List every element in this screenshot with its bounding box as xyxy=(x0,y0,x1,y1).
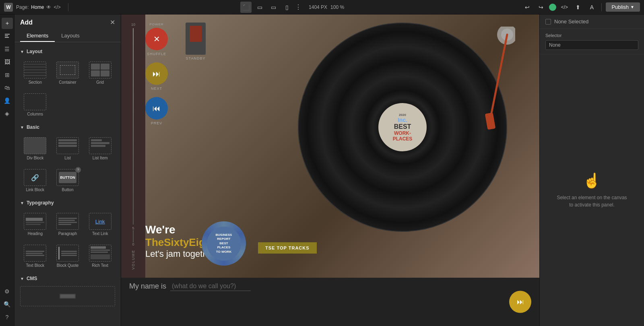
element-listitem[interactable]: List Item xyxy=(85,134,115,163)
prev-btn[interactable]: ⏮ xyxy=(145,97,168,120)
element-section[interactable]: Section xyxy=(20,58,50,88)
page-indicator: Page: Home 👁 </> xyxy=(16,4,61,10)
section-cms-header[interactable]: ▼ CMS xyxy=(14,273,121,283)
element-columns[interactable]: Columns xyxy=(20,90,50,120)
section-typography-header[interactable]: ▼ Typography xyxy=(14,198,121,207)
add-elements-btn[interactable]: ＋ xyxy=(2,18,13,29)
tse-cta-btn[interactable]: TSE TOP TRACKS xyxy=(258,242,317,254)
textblock-label: Text Block xyxy=(26,263,45,268)
none-selected-checkbox[interactable] xyxy=(545,19,551,25)
add-panel-close-btn[interactable]: ✕ xyxy=(110,19,115,26)
divblock-icon xyxy=(24,137,46,154)
cms-btn[interactable]: ⊞ xyxy=(2,69,13,80)
heading-label: Heading xyxy=(28,231,43,236)
members-btn[interactable]: 👤 xyxy=(2,95,13,106)
linkblock-icon: 🔗 xyxy=(24,169,46,186)
ecomm-btn[interactable]: 🛍 xyxy=(2,82,13,93)
tse-top-tracks-btn[interactable]: TSE TOP TRACKS xyxy=(258,242,317,254)
shuffle-btn[interactable]: ✕ xyxy=(145,28,168,50)
selector-section: Selector xyxy=(540,29,644,54)
element-textblock[interactable]: Text Block xyxy=(20,241,50,271)
assets-btn[interactable]: 🖼 xyxy=(2,56,13,68)
seo-btn[interactable]: A xyxy=(586,2,597,13)
badge-question: ? xyxy=(75,167,81,173)
mobile-landscape-btn[interactable]: ▭ xyxy=(268,2,279,13)
columns-label: Columns xyxy=(27,112,43,116)
selector-input[interactable] xyxy=(545,40,638,50)
settings-btn[interactable]: ⚙ xyxy=(2,286,13,297)
vinyl-year: 2020 xyxy=(399,113,406,117)
element-linkblock[interactable]: 🔗 Link Block xyxy=(20,166,50,195)
element-divblock[interactable]: Div Block xyxy=(20,134,50,163)
name-input-placeholder[interactable]: (what do we call you?) xyxy=(170,282,251,291)
tab-elements[interactable]: Elements xyxy=(20,30,55,42)
canvas-bottom-section[interactable]: My name is (what do we call you?) ⏭ xyxy=(121,278,539,326)
publish-dropdown-arrow[interactable]: ▼ xyxy=(630,5,634,9)
element-container[interactable]: Container xyxy=(53,58,83,88)
next-control: ⏭ NEXT xyxy=(145,62,168,91)
list-label: List xyxy=(64,156,71,160)
canvas-area[interactable]: 10 5 0 VOLUME POWER ✕ SHUFFLE xyxy=(121,14,539,326)
element-richtext[interactable]: Rich Text xyxy=(85,241,115,271)
help-btn[interactable]: ? xyxy=(2,312,13,323)
basic-section-label: Basic xyxy=(27,124,39,130)
section-icon xyxy=(24,62,46,78)
main-layout: ＋ ☰ 🖼 ⊞ 🛍 👤 ◈ ⚙ 🔍 ? Add ✕ Elements Layou… xyxy=(0,14,644,326)
standby-control: STANDBY xyxy=(186,23,206,60)
element-button[interactable]: ? BUTTON Button xyxy=(53,166,83,195)
element-grid[interactable]: Grid xyxy=(85,58,115,88)
section-layout-header[interactable]: ▼ Layout xyxy=(14,46,121,56)
typography-elements-grid: Heading Paragraph Link Text Link xyxy=(14,207,121,273)
controls-column: POWER ✕ SHUFFLE ⏭ NEXT ⏮ PREV xyxy=(145,23,168,125)
mobile-portrait-btn[interactable]: ▯ xyxy=(281,2,293,13)
code-editor-btn[interactable]: </> xyxy=(559,2,570,13)
volume-control: 10 5 0 VOLUME xyxy=(121,14,145,278)
navigator-btn[interactable] xyxy=(2,31,13,42)
name-prompt-text: My name is xyxy=(129,282,166,291)
section-basic-header[interactable]: ▼ Basic xyxy=(14,122,121,132)
textlink-label: Text Link xyxy=(92,231,108,236)
layout-section-arrow: ▼ xyxy=(20,50,24,54)
more-icon[interactable]: ⋮ xyxy=(295,3,301,11)
element-list[interactable]: List xyxy=(53,134,83,163)
export-btn[interactable]: ⬆ xyxy=(572,2,584,13)
right-panel: None Selected Selector ☝ Select an eleme… xyxy=(539,14,644,326)
page-label: Page: xyxy=(16,4,29,10)
shuffle-label: SHUFFLE xyxy=(147,52,166,56)
container-icon xyxy=(56,62,79,78)
none-selected-label: None Selected xyxy=(554,19,588,25)
tablet-view-btn[interactable]: ▭ xyxy=(254,2,265,13)
element-heading[interactable]: Heading xyxy=(20,210,50,239)
bottom-play-btn[interactable]: ⏭ xyxy=(509,291,531,313)
element-paragraph[interactable]: Paragraph xyxy=(53,210,83,239)
canvas-top-section[interactable]: 10 5 0 VOLUME POWER ✕ SHUFFLE xyxy=(121,14,539,278)
pages-btn[interactable]: ☰ xyxy=(2,43,13,55)
power-label: POWER xyxy=(149,23,163,26)
layout-elements-grid: Section Container Grid xyxy=(14,56,121,122)
desktop-view-btn[interactable]: ⬛ xyxy=(240,2,252,13)
next-btn[interactable]: ⏭ xyxy=(145,62,168,85)
svg-rect-2 xyxy=(5,37,9,38)
app-logo[interactable]: W xyxy=(4,3,13,12)
grid-icon xyxy=(89,62,111,78)
richtext-label: Rich Text xyxy=(92,263,108,268)
cms-collection-icon[interactable] xyxy=(20,286,115,306)
element-textlink[interactable]: Link Text Link xyxy=(85,210,115,239)
search-btn[interactable]: 🔍 xyxy=(2,299,13,310)
shuffle-control: POWER ✕ SHUFFLE xyxy=(145,23,168,56)
cursor-icon: ☝ xyxy=(583,172,601,189)
undo-btn[interactable]: ↩ xyxy=(522,2,533,13)
panel-hint: Select an element on the canvas to activ… xyxy=(557,194,627,208)
cms-section-arrow: ▼ xyxy=(20,276,24,281)
element-blockquote[interactable]: Block Quote xyxy=(53,241,83,271)
tab-layouts[interactable]: Layouts xyxy=(55,30,86,42)
add-panel-body: ▼ Layout Section Container xyxy=(14,42,121,326)
redo-btn[interactable]: ↪ xyxy=(535,2,547,13)
publish-button[interactable]: Publish ▼ xyxy=(606,2,640,12)
heading-icon xyxy=(24,213,46,230)
power-switch[interactable] xyxy=(186,23,206,55)
page-name[interactable]: Home xyxy=(31,4,44,10)
code-icon[interactable]: </> xyxy=(54,4,60,10)
logic-btn[interactable]: ◈ xyxy=(2,108,13,119)
eye-icon[interactable]: 👁 xyxy=(46,4,51,10)
